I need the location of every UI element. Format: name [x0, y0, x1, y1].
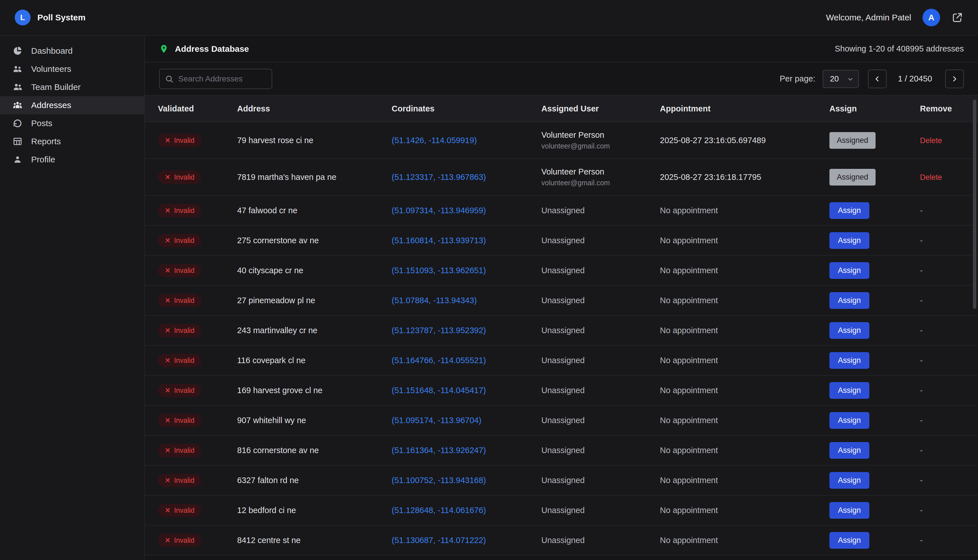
coordinates-cell: (51.161364, -113.926247) [392, 446, 541, 455]
assign-button[interactable]: Assign [829, 352, 870, 369]
sidebar-item-team-builder[interactable]: Team Builder [0, 78, 144, 96]
table-row: ✕ Invalid 12 bedford ci ne (51.128648, -… [145, 495, 978, 525]
coordinates-link[interactable]: (51.095174, -113.96704) [392, 416, 481, 425]
table-row: ✕ Invalid 79 harvest rose ci ne (51.1426… [145, 122, 978, 159]
remove-cell: - [920, 416, 965, 425]
coordinates-link[interactable]: (51.123317, -113.967863) [392, 173, 486, 182]
coordinates-link[interactable]: (51.097314, -113.946959) [392, 206, 486, 215]
sidebar-item-profile[interactable]: Profile [0, 150, 144, 168]
top-right-cluster: Welcome, Admin Patel A [826, 9, 963, 26]
coordinates-cell: (51.097314, -113.946959) [392, 206, 541, 215]
coordinates-link[interactable]: (51.1426, -114.059919) [392, 136, 477, 145]
sidebar-item-dashboard[interactable]: Dashboard [0, 42, 144, 60]
remove-cell: - [920, 506, 965, 515]
address-cell: 7819 martha's haven pa ne [237, 173, 392, 182]
page-title-bar: Address Database Showing 1-20 of 408995 … [145, 36, 978, 63]
invalid-label: Invalid [174, 327, 194, 335]
address-cell: 27 pinemeadow pl ne [237, 296, 392, 305]
user-name: Unassigned [541, 506, 653, 515]
sidebar-item-volunteers[interactable]: Volunteers [0, 60, 144, 78]
search-input[interactable] [159, 69, 272, 89]
table-row: ✕ Invalid 40 cityscape cr ne (51.151093,… [145, 256, 978, 286]
coordinates-link[interactable]: (51.151648, -114.045417) [392, 386, 486, 395]
sidebar-item-label: Profile [31, 155, 55, 164]
coordinates-link[interactable]: (51.123787, -113.952392) [392, 326, 486, 335]
x-icon: ✕ [165, 536, 171, 545]
coordinates-link[interactable]: (51.128648, -114.061676) [392, 506, 486, 515]
coordinates-cell: (51.151648, -114.045417) [392, 386, 541, 395]
assigned-user-cell: Volunteer Person volunteer@gmail.com [541, 167, 660, 187]
assign-button[interactable]: Assign [829, 232, 870, 249]
external-link-icon[interactable] [951, 12, 963, 23]
coordinates-link[interactable]: (51.100752, -113.943168) [392, 476, 486, 485]
assigned-user-cell: Unassigned [541, 266, 660, 275]
validated-cell: ✕ Invalid [158, 264, 237, 277]
assigned-user-cell: Unassigned [541, 446, 660, 455]
assigned-user-cell: Unassigned [541, 386, 660, 395]
coordinates-link[interactable]: (51.130687, -114.071222) [392, 536, 486, 545]
invalid-label: Invalid [174, 446, 194, 455]
validated-cell: ✕ Invalid [158, 294, 237, 307]
assign-button[interactable]: Assign [829, 472, 870, 489]
coordinates-link[interactable]: (51.164766, -114.055521) [392, 356, 486, 365]
per-page-select[interactable]: 20 [823, 70, 859, 88]
remove-cell: - [920, 236, 965, 245]
sidebar-item-label: Team Builder [31, 82, 81, 92]
remove-dash: - [920, 206, 923, 215]
delete-button[interactable]: Delete [920, 136, 942, 145]
delete-button[interactable]: Delete [920, 173, 942, 182]
invalid-label: Invalid [174, 357, 194, 365]
assign-button[interactable]: Assign [829, 502, 870, 519]
coordinates-link[interactable]: (51.07884, -113.94343) [392, 296, 477, 305]
remove-cell: - [920, 206, 965, 215]
assign-button[interactable]: Assign [829, 412, 870, 429]
assign-button[interactable]: Assign [829, 202, 870, 219]
table-row: ✕ Invalid 6327 falton rd ne (51.100752, … [145, 465, 978, 495]
pagination-controls: Per page: 20 1 / 20450 [779, 70, 964, 88]
assign-button[interactable]: Assign [829, 292, 870, 309]
sidebar-item-label: Reports [31, 137, 61, 146]
x-icon: ✕ [165, 173, 171, 181]
team-builder-icon [12, 82, 23, 92]
user-name: Unassigned [541, 536, 653, 545]
avatar[interactable]: A [923, 9, 940, 26]
assigned-user-cell: Unassigned [541, 476, 660, 485]
user-name: Unassigned [541, 326, 653, 335]
coordinates-cell: (51.123787, -113.952392) [392, 326, 541, 335]
invalid-badge: ✕ Invalid [158, 324, 201, 337]
user-name: Unassigned [541, 356, 653, 365]
assign-button[interactable]: Assign [829, 532, 870, 549]
prev-page-button[interactable] [868, 70, 886, 88]
assigned-button[interactable]: Assigned [829, 169, 876, 185]
assign-cell: Assign [829, 232, 920, 249]
coordinates-link[interactable]: (51.151093, -113.962651) [392, 266, 486, 275]
sidebar-item-addresses[interactable]: Addresses [0, 96, 144, 114]
validated-cell: ✕ Invalid [158, 384, 237, 397]
invalid-badge: ✕ Invalid [158, 474, 201, 487]
remove-dash: - [920, 536, 923, 545]
appointment-cell: No appointment [660, 236, 829, 245]
map-pin-icon [159, 44, 169, 54]
user-name: Volunteer Person [541, 167, 653, 177]
remove-dash: - [920, 506, 923, 515]
coordinates-link[interactable]: (51.160814, -113.939713) [392, 236, 486, 245]
user-name: Unassigned [541, 386, 653, 395]
sidebar-item-reports[interactable]: Reports [0, 132, 144, 150]
assign-button[interactable]: Assign [829, 262, 870, 279]
address-cell: 907 whitehill wy ne [237, 416, 392, 425]
assigned-user-cell: Unassigned [541, 506, 660, 515]
assign-button[interactable]: Assign [829, 322, 870, 339]
scrollbar-thumb[interactable] [973, 100, 976, 309]
sidebar-item-posts[interactable]: Posts [0, 114, 144, 132]
assign-button[interactable]: Assign [829, 382, 870, 399]
table-header-row: Validated Address Cordinates Assigned Us… [145, 95, 978, 122]
next-page-button[interactable] [945, 70, 964, 88]
invalid-badge: ✕ Invalid [158, 504, 201, 517]
assigned-button[interactable]: Assigned [829, 132, 876, 149]
invalid-badge: ✕ Invalid [158, 384, 201, 397]
assigned-user-cell: Unassigned [541, 356, 660, 365]
coordinates-link[interactable]: (51.161364, -113.926247) [392, 446, 486, 455]
x-icon: ✕ [165, 237, 171, 245]
assign-button[interactable]: Assign [829, 442, 870, 459]
user-name: Unassigned [541, 476, 653, 485]
